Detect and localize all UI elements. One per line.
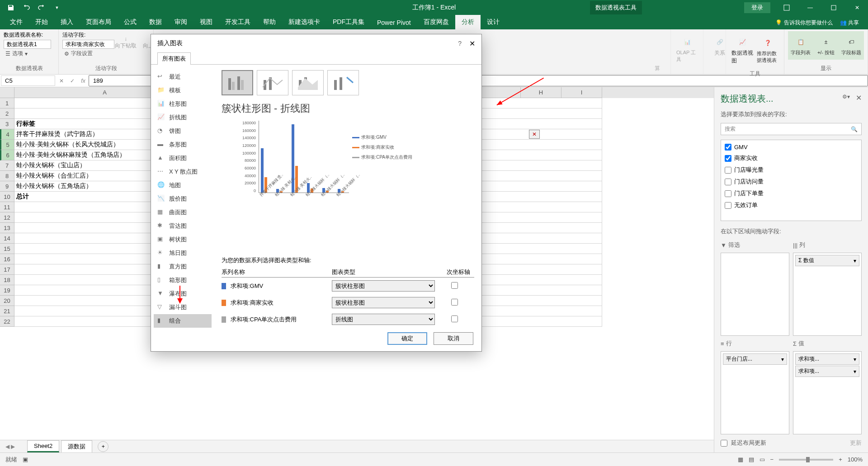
qat-dropdown-icon[interactable]: ▼ xyxy=(50,1,64,14)
view-pagelayout-icon[interactable]: ▤ xyxy=(749,456,754,463)
field-item[interactable]: GMV xyxy=(723,142,859,152)
row-header[interactable]: 1 xyxy=(0,98,14,108)
chart-category-item[interactable]: ▮组合 xyxy=(154,314,212,328)
chart-category-item[interactable]: 📊柱形图 xyxy=(154,97,212,111)
tab-baidu[interactable]: 百度网盘 xyxy=(417,15,455,29)
val-item-2[interactable]: 求和项...▾ xyxy=(795,366,859,377)
tell-me[interactable]: 💡 告诉我你想要做什么 xyxy=(775,19,832,27)
chart-category-item[interactable]: 📈折线图 xyxy=(154,111,212,124)
field-checkbox[interactable] xyxy=(725,190,731,197)
tab-review[interactable]: 审阅 xyxy=(168,15,193,29)
field-search-input[interactable]: 搜索 🔍 xyxy=(721,123,862,135)
row-header[interactable]: 3 xyxy=(0,119,14,129)
row-header[interactable]: 12 xyxy=(0,212,14,223)
chart-category-item[interactable]: ▯箱形图 xyxy=(154,273,212,287)
chart-category-item[interactable]: ◔饼图 xyxy=(154,124,212,138)
chart-category-item[interactable]: ▬条形图 xyxy=(154,138,212,151)
col-header-h[interactable]: H xyxy=(521,87,561,98)
tab-formulas[interactable]: 公式 xyxy=(118,15,143,29)
chart-category-item[interactable]: 🌐地图 xyxy=(154,179,212,192)
chart-category-item[interactable]: ▲面积图 xyxy=(154,151,212,165)
chart-type-select[interactable]: 簇状柱形图 xyxy=(332,280,435,292)
select-all-corner[interactable] xyxy=(0,87,14,98)
chart-category-item[interactable]: ☀旭日图 xyxy=(154,246,212,260)
field-checkbox[interactable] xyxy=(725,202,731,209)
row-header[interactable]: 13 xyxy=(0,223,14,233)
tab-design[interactable]: 设计 xyxy=(481,15,506,29)
view-pagebreak-icon[interactable]: ▭ xyxy=(760,456,765,463)
secondary-axis-checkbox[interactable] xyxy=(451,282,458,289)
zoom-in-icon[interactable]: + xyxy=(839,456,842,463)
chart-category-item[interactable]: ⋯X Y 散点图 xyxy=(154,165,212,179)
add-sheet-button[interactable]: + xyxy=(98,441,108,452)
chart-category-item[interactable]: ▽漏斗图 xyxy=(154,301,212,314)
row-header[interactable]: 11 xyxy=(0,202,14,212)
save-icon[interactable] xyxy=(4,1,18,14)
ribbon-display-icon[interactable] xyxy=(776,0,797,15)
zoom-out-icon[interactable]: − xyxy=(770,456,774,463)
redo-icon[interactable] xyxy=(34,1,49,14)
row-header[interactable]: 5 xyxy=(0,140,14,150)
close-icon[interactable]: ✕ xyxy=(846,0,868,15)
tab-file[interactable]: 文件 xyxy=(4,15,29,29)
field-checkbox[interactable] xyxy=(725,155,731,162)
options-button[interactable]: ☰ 选项 ▾ xyxy=(4,49,55,58)
tab-data[interactable]: 数据 xyxy=(143,15,168,29)
field-pane-gear-icon[interactable]: ⚙▾ xyxy=(842,94,850,100)
row-header[interactable]: 18 xyxy=(0,275,14,285)
defer-layout-checkbox[interactable] xyxy=(721,440,727,447)
active-field-input[interactable] xyxy=(62,40,114,49)
col-header-i[interactable]: I xyxy=(561,87,602,98)
sheet-tab-source[interactable]: 源数据 xyxy=(61,440,92,453)
secondary-axis-checkbox[interactable] xyxy=(451,315,458,322)
row-header[interactable]: 16 xyxy=(0,254,14,264)
chart-category-item[interactable]: ▮直方图 xyxy=(154,260,212,273)
cancel-button[interactable]: 取消 xyxy=(434,332,473,345)
tab-pagelayout[interactable]: 页面布局 xyxy=(80,15,118,29)
subtype-thumb-4[interactable] xyxy=(327,70,359,95)
macro-record-icon[interactable]: ▣ xyxy=(23,456,28,463)
dialog-tab-all[interactable]: 所有图表 xyxy=(157,52,191,65)
row-header[interactable]: 15 xyxy=(0,244,14,254)
dialog-help-icon[interactable]: ? xyxy=(458,40,462,47)
field-item[interactable]: 门店访问量 xyxy=(723,176,859,188)
field-list-button[interactable]: 📋字段列表 xyxy=(788,31,813,60)
chart-category-item[interactable]: 📁模板 xyxy=(154,84,212,97)
name-box[interactable] xyxy=(1,75,55,86)
tab-analyze[interactable]: 分析 xyxy=(455,15,481,29)
fx-icon[interactable]: fx xyxy=(78,78,89,84)
share-button[interactable]: 👥 共享 xyxy=(840,19,859,27)
chart-type-select[interactable]: 簇状柱形图 xyxy=(332,297,435,308)
sheet-tab-active[interactable]: Sheet2 xyxy=(27,440,59,452)
chart-type-select[interactable]: 折线图 xyxy=(332,314,435,325)
field-item[interactable]: 门店下单量 xyxy=(723,188,859,199)
plus-minus-button[interactable]: ±+/- 按钮 xyxy=(813,31,839,60)
tab-new[interactable]: 新建选项卡 xyxy=(282,15,326,29)
field-pane-close-icon[interactable]: ✕ xyxy=(856,94,862,102)
row-header[interactable]: 17 xyxy=(0,264,14,275)
sheet-nav-icons[interactable]: ◀ ▶ xyxy=(5,443,15,450)
cancel-formula-icon[interactable]: ✕ xyxy=(56,78,67,84)
undo-icon[interactable] xyxy=(19,1,33,14)
enter-formula-icon[interactable]: ✓ xyxy=(67,78,78,84)
row-header[interactable]: 21 xyxy=(0,306,14,316)
row-header[interactable]: 9 xyxy=(0,181,14,192)
col-item[interactable]: Σ 数值▾ xyxy=(795,255,859,266)
rows-area[interactable]: 平台门店...▾ xyxy=(721,351,789,434)
chart-category-item[interactable]: ▼瀑布图 xyxy=(154,287,212,301)
pt-name-input[interactable] xyxy=(4,40,51,49)
secondary-axis-checkbox[interactable] xyxy=(451,299,458,306)
pivotchart-button[interactable]: 📈数据透视图 xyxy=(730,31,755,68)
dialog-close-icon[interactable]: ✕ xyxy=(469,39,475,48)
ok-button[interactable]: 确定 xyxy=(387,332,427,345)
view-normal-icon[interactable]: ▦ xyxy=(738,456,743,463)
tab-insert[interactable]: 插入 xyxy=(54,15,80,29)
cols-area[interactable]: Σ 数值▾ xyxy=(793,253,862,336)
subtype-thumb-3[interactable] xyxy=(292,70,324,95)
field-item[interactable]: 无效订单 xyxy=(723,199,859,211)
filter-area[interactable] xyxy=(721,253,789,336)
field-checkbox[interactable] xyxy=(725,167,731,174)
zoom-slider[interactable] xyxy=(779,459,833,461)
clear-filter-badge[interactable]: ✕ xyxy=(529,130,540,139)
tab-home[interactable]: 开始 xyxy=(29,15,54,29)
